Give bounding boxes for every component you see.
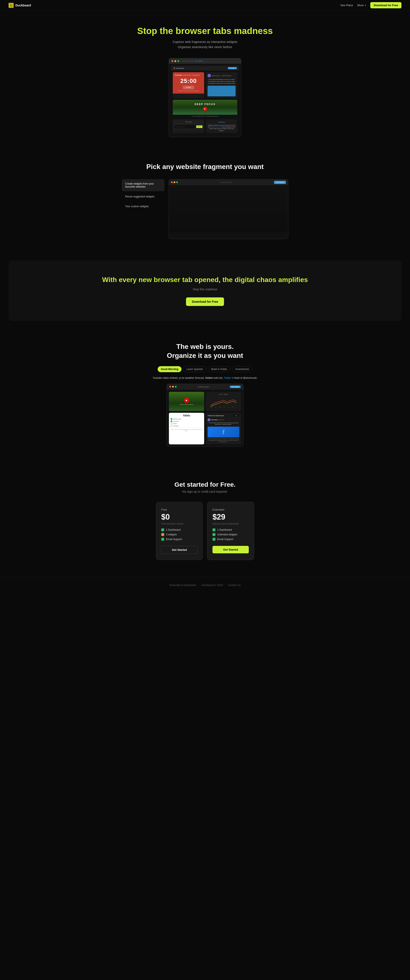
hero-title: Stop the browser tabs madness bbox=[4, 25, 406, 36]
chat-widget: New chat Send a message... GPT-4 bbox=[173, 119, 204, 133]
pick-item-custom[interactable]: Your custom widgets bbox=[122, 202, 164, 211]
tab-good-morning[interactable]: Good Morning bbox=[157, 366, 181, 372]
pick-item-create-label: Create widgets from your favourite websi… bbox=[125, 182, 154, 188]
twitter-avatar bbox=[208, 74, 211, 77]
pomodoro-start-btn[interactable]: START bbox=[183, 86, 194, 89]
footer-newsletter-link[interactable]: Subscribe to Newsletter bbox=[169, 584, 197, 587]
organize-dashboard: duckboard.app Get started ▶ Morning Rela… bbox=[167, 384, 243, 447]
pick-preview: duckboard.app Get started bbox=[169, 179, 288, 239]
nav-download-button[interactable]: Download for Free bbox=[370, 2, 402, 8]
todo-item-yoga: Morning yoga bbox=[171, 418, 202, 420]
pick-dot-red bbox=[171, 181, 173, 183]
org-dot-red bbox=[169, 386, 171, 388]
tab-investments-label: Investments bbox=[235, 368, 249, 371]
yt-label: Morning Relaxing Music bbox=[180, 404, 193, 405]
free-feature-support: ✓ Email Support bbox=[161, 538, 197, 541]
tweets-header: Tweets from @elonmusk Follow bbox=[208, 414, 239, 417]
chat-send-btn[interactable]: GPT-4 bbox=[196, 126, 202, 128]
pomodoro-widget: Pomodoro Short Break Long Break 25:00 ST… bbox=[173, 72, 204, 98]
tab-good-morning-label: Good Morning bbox=[161, 368, 178, 371]
todo-label-dinner: Dinner bbox=[173, 423, 177, 424]
chaos-section: With every new browser tab opened, the d… bbox=[8, 261, 402, 321]
pomodoro-tab-short: Short Break bbox=[183, 74, 191, 76]
todo-label-groceries: Groceries bbox=[173, 421, 179, 422]
pricing-card-extended: Extended $29 Improve your productivity ✓… bbox=[207, 502, 254, 560]
tweet-user-row: Elon Musk @elonmusk bbox=[208, 418, 239, 421]
free-plan-desc: Find out how it works bbox=[161, 522, 197, 525]
free-plan-price: $0 bbox=[161, 512, 197, 522]
svg-text:Tu: Tu bbox=[215, 406, 216, 408]
chaos-heading-highlight: tab opened bbox=[182, 276, 219, 283]
pick-layout: Create widgets from your favourite websi… bbox=[122, 179, 288, 239]
free-get-started-button[interactable]: Get Started bbox=[161, 546, 197, 554]
twitter-handle: @elonmusk · 1,000 Followers bbox=[212, 75, 232, 76]
extended-feature-widgets-label: Unlimited widgets bbox=[217, 533, 237, 536]
footer: Subscribe to Newsletter Duckboard © 2024… bbox=[0, 577, 410, 593]
pick-browser-chrome: duckboard.app Get started bbox=[169, 180, 288, 185]
video-title: DEEP FOCUS bbox=[194, 103, 216, 106]
free-feature-widgets-label: 3 widgets bbox=[166, 533, 177, 536]
organize-description: Youtube video embed, yr.no weather forec… bbox=[8, 377, 402, 379]
pricing-section: Get started for Free. No sign-up or cred… bbox=[0, 464, 410, 577]
pick-item-custom-label: Your custom widgets bbox=[125, 205, 149, 208]
dash-body: Pomodoro Short Break Long Break 25:00 ST… bbox=[171, 70, 239, 135]
logo[interactable]: 🦆 Duckboard bbox=[8, 3, 31, 8]
nav-links: See Plans More Download for Free bbox=[340, 2, 402, 8]
org-dash-body: ▶ Morning Relaxing Music yr.no · Graph M… bbox=[167, 390, 243, 447]
svg-text:Sa: Sa bbox=[232, 406, 234, 408]
twitter-widget: @elonmusk · 1,000 Followers It's not abo… bbox=[206, 72, 237, 98]
pick-item-reuse[interactable]: Reuse suggested widgets bbox=[122, 192, 164, 201]
tweets-follow-btn[interactable]: Follow bbox=[234, 414, 239, 417]
weather-chart: Mo Tu We Th Fr Sa bbox=[208, 396, 239, 408]
todo-item-dinner: Dinner bbox=[171, 423, 202, 425]
org-dot-green bbox=[175, 386, 176, 388]
todo-label-kevin: Call Kevin bbox=[173, 425, 179, 426]
extended-get-started-button[interactable]: Get Started bbox=[213, 546, 249, 554]
footer-contact-link[interactable]: Contact Us bbox=[228, 584, 241, 587]
tab-investments[interactable]: Investments bbox=[232, 366, 253, 372]
organize-section: The web is yours. Organize it as you wan… bbox=[0, 325, 410, 464]
svg-text:We: We bbox=[219, 406, 221, 408]
hero-sub-line1: Capture web fragments as interactive wid… bbox=[4, 39, 406, 45]
video-caption: 6 Hours of Meditation Music - Peaceful M… bbox=[173, 115, 237, 118]
video-play-btn[interactable]: ▶ bbox=[203, 107, 207, 111]
tweet-user: Elon Musk bbox=[211, 419, 218, 420]
video-widget: DEEP FOCUS ▶ 6 Hours of Meditation Music… bbox=[173, 100, 237, 118]
browser-content: 🦆 Duckboard ··· Get started Pomodoro Sho… bbox=[169, 64, 241, 137]
pomodoro-tabs: Pomodoro Short Break Long Break bbox=[175, 74, 202, 76]
free-check-support: ✓ bbox=[161, 538, 164, 541]
pick-section: Pick any website fragment you want Creat… bbox=[0, 146, 410, 256]
org-youtube-widget: ▶ Morning Relaxing Music bbox=[169, 392, 204, 411]
extended-check-support: ✓ bbox=[213, 538, 216, 541]
extended-check-dashboard: ✓ bbox=[213, 528, 216, 531]
more-link[interactable]: More bbox=[357, 4, 366, 7]
free-check-widgets: ✓ bbox=[161, 533, 164, 536]
desc-notion: Notion bbox=[205, 377, 213, 379]
chaos-heading-prefix: With every new browser bbox=[102, 276, 182, 283]
chat-header: New chat bbox=[175, 121, 202, 124]
free-feature-dashboard-label: 1 Dashboard bbox=[166, 528, 181, 531]
extended-plan-name: Extended bbox=[213, 508, 249, 511]
pick-get-started-btn[interactable]: Get started bbox=[274, 181, 286, 184]
see-plans-link[interactable]: See Plans bbox=[340, 4, 353, 7]
tweet-handle: @elonmusk bbox=[219, 419, 224, 420]
browser-dot-red bbox=[172, 60, 173, 62]
organize-tabs: Good Morning Learn Spanish Build in Publ… bbox=[8, 366, 402, 372]
yt-play-btn[interactable]: ▶ bbox=[184, 398, 189, 403]
pomodoro-label: Pomodoro Timer: Subtle - Pomofocus bbox=[175, 90, 202, 91]
free-feature-support-label: Email Support bbox=[166, 538, 182, 541]
todo-check-yoga bbox=[171, 418, 172, 420]
pick-item-create[interactable]: Create widgets from your favourite websi… bbox=[122, 179, 164, 191]
chaos-download-button[interactable]: Download for Free bbox=[186, 298, 224, 306]
pricing-cards: Free $0 Find out how it works ✓ 1 Dashbo… bbox=[8, 502, 402, 560]
footer-copyright: Duckboard © 2024 bbox=[202, 584, 223, 587]
organize-heading: The web is yours. Organize it as you wan… bbox=[8, 342, 402, 360]
org-dash-header: duckboard.app Get started bbox=[167, 384, 243, 390]
pick-browser-body bbox=[169, 185, 288, 232]
tab-build-in-public[interactable]: Build in Public bbox=[208, 366, 230, 372]
tab-learn-spanish[interactable]: Learn Spanish bbox=[183, 366, 206, 372]
chat-input[interactable]: Send a message... bbox=[175, 125, 195, 129]
chaos-heading: With every new browser tab opened, the d… bbox=[17, 275, 393, 284]
extended-plan-price: $29 bbox=[213, 512, 249, 522]
org-browser-dots bbox=[169, 386, 176, 388]
